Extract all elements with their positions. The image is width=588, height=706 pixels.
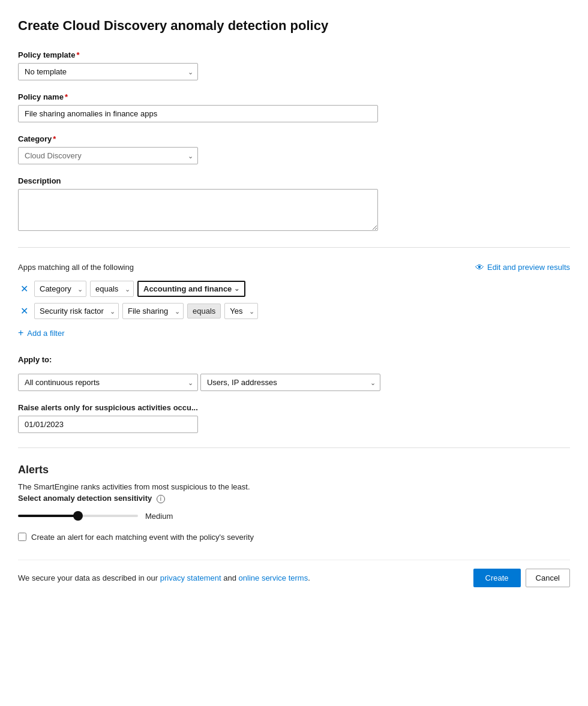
filter-value-label-1: Accounting and finance <box>143 284 232 293</box>
filter-equals-badge: equals <box>187 304 221 319</box>
footer-text-after: . <box>308 573 310 582</box>
filter-section-title: Apps matching all of the following <box>18 263 134 272</box>
policy-template-wrapper: No template ⌄ <box>18 63 198 80</box>
cancel-button[interactable]: Cancel <box>526 569 570 587</box>
sensitivity-value-label: Medium <box>145 512 173 521</box>
filter-operator-dropdown-2: File sharing ⌄ <box>122 303 184 319</box>
policy-name-section: Policy name* <box>18 92 570 122</box>
policy-name-input[interactable] <box>18 105 378 122</box>
category-wrapper: Cloud Discovery ⌄ <box>18 147 198 164</box>
filter-remove-button-1[interactable]: ✕ <box>18 283 31 295</box>
privacy-statement-link[interactable]: privacy statement <box>160 573 221 582</box>
alerts-description-line1: The SmartEngine ranks activities from mo… <box>18 482 570 491</box>
sensitivity-slider[interactable] <box>18 515 138 517</box>
sensitivity-row: Medium <box>18 512 570 521</box>
filter-operator-select-2[interactable]: File sharing <box>122 303 184 319</box>
footer-text-between: and <box>221 573 239 582</box>
description-label: Description <box>18 176 570 185</box>
alerts-title: Alerts <box>18 464 570 476</box>
filter-value-select-2[interactable]: Yes <box>224 303 258 319</box>
policy-template-select[interactable]: No template <box>18 63 198 80</box>
apply-to-wrapper-1: All continuous reports ⌄ <box>18 374 198 391</box>
apply-to-select-2[interactable]: Users, IP addresses <box>200 374 380 391</box>
edit-preview-label: Edit and preview results <box>487 263 570 272</box>
apply-to-select-1[interactable]: All continuous reports <box>18 374 198 391</box>
raise-alerts-date-input[interactable] <box>18 416 198 433</box>
divider-2 <box>18 447 570 448</box>
online-service-terms-link[interactable]: online service terms <box>239 573 308 582</box>
apply-to-section: Apply to: All continuous reports ⌄ Users… <box>18 355 570 391</box>
filter-category-dropdown-2: Security risk factor ⌄ <box>34 303 119 319</box>
divider-1 <box>18 247 570 248</box>
filter-category-select-1[interactable]: Category <box>34 281 86 297</box>
category-select[interactable]: Cloud Discovery <box>18 147 198 164</box>
footer-buttons: Create Cancel <box>473 569 571 587</box>
info-icon: i <box>157 495 165 503</box>
create-button[interactable]: Create <box>473 569 521 587</box>
edit-preview-link[interactable]: 👁 Edit and preview results <box>475 262 570 272</box>
filter-operator-dropdown-1: equals ⌄ <box>90 281 134 297</box>
checkbox-row: Create an alert for each matching event … <box>18 533 570 542</box>
apply-to-wrapper-2: Users, IP addresses ⌄ <box>200 374 380 391</box>
footer-text-before: We secure your data as described in our <box>18 573 160 582</box>
filter-row-2: ✕ Security risk factor ⌄ File sharing ⌄ … <box>18 303 570 319</box>
description-textarea[interactable] <box>18 189 378 231</box>
alerts-sensitivity-label: Select anomaly detection sensitivity i <box>18 494 570 503</box>
category-section: Category* Cloud Discovery ⌄ <box>18 134 570 164</box>
filter-operator-select-1[interactable]: equals <box>90 281 134 297</box>
footer-links: We secure your data as described in our … <box>18 573 310 582</box>
checkbox-label: Create an alert for each matching event … <box>31 533 254 542</box>
add-filter-label: Add a filter <box>27 329 64 338</box>
filter-value-dropdown-2: Yes ⌄ <box>224 303 258 319</box>
filter-category-dropdown-1: Category ⌄ <box>34 281 86 297</box>
policy-template-label: Policy template* <box>18 50 570 59</box>
alerts-section: Alerts The SmartEngine ranks activities … <box>18 464 570 542</box>
category-label: Category* <box>18 134 570 143</box>
add-filter-button[interactable]: + Add a filter <box>18 325 65 341</box>
filter-category-select-2[interactable]: Security risk factor <box>34 303 119 319</box>
policy-name-label: Policy name* <box>18 92 570 101</box>
raise-alerts-label: Raise alerts only for suspicious activit… <box>18 403 570 412</box>
footer-bar: We secure your data as described in our … <box>18 560 570 587</box>
raise-alerts-section: Raise alerts only for suspicious activit… <box>18 403 570 433</box>
filter-remove-button-2[interactable]: ✕ <box>18 305 31 317</box>
plus-icon: + <box>18 328 23 338</box>
alert-checkbox[interactable] <box>18 533 26 541</box>
apply-to-label: Apply to: <box>18 355 570 364</box>
eye-icon: 👁 <box>475 262 484 272</box>
filter-section-header: Apps matching all of the following 👁 Edi… <box>18 262 570 272</box>
filter-value-badge-1[interactable]: Accounting and finance ⌄ <box>137 281 245 297</box>
description-section: Description <box>18 176 570 233</box>
page-title: Create Cloud Discovery anomaly detection… <box>18 18 570 34</box>
policy-template-section: Policy template* No template ⌄ <box>18 50 570 80</box>
chevron-down-icon: ⌄ <box>234 285 239 293</box>
filter-row-1: ✕ Category ⌄ equals ⌄ Accounting and fin… <box>18 281 570 297</box>
